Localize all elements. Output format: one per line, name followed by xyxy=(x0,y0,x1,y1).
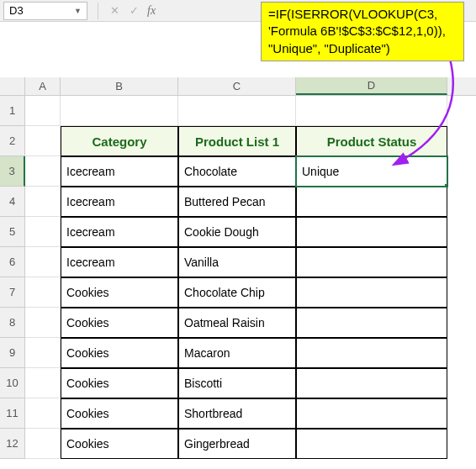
table-row: 1 xyxy=(0,96,476,126)
cell-B1[interactable] xyxy=(61,96,178,126)
row-header[interactable]: 8 xyxy=(0,308,25,338)
cell-A11[interactable] xyxy=(25,398,61,429)
cell-A5[interactable] xyxy=(25,217,61,247)
row-header[interactable]: 12 xyxy=(0,429,25,459)
cell-A12[interactable] xyxy=(25,429,61,459)
cell-C12[interactable]: Gingerbread xyxy=(178,429,296,459)
fill-handle[interactable] xyxy=(444,183,447,187)
column-header-B[interactable]: B xyxy=(61,77,178,95)
rows-container: 12CategoryProduct List 1Product Status3I… xyxy=(0,96,476,459)
table-row: 9CookiesMacaron xyxy=(0,338,476,368)
row-header[interactable]: 7 xyxy=(0,277,25,308)
cell-A8[interactable] xyxy=(25,308,61,338)
row-header[interactable]: 3 xyxy=(0,156,25,187)
formula-callout: =IF(ISERROR(VLOOKUP(C3, 'Formula 6B'!$C$… xyxy=(261,2,464,61)
cell-B2[interactable]: Category xyxy=(61,126,178,156)
cell-A2[interactable] xyxy=(25,126,61,156)
fx-icon[interactable]: fx xyxy=(144,4,159,18)
cell-A9[interactable] xyxy=(25,338,61,368)
column-header-D[interactable]: D xyxy=(296,77,447,95)
cell-A1[interactable] xyxy=(25,96,61,126)
cell-D5[interactable] xyxy=(296,217,447,247)
column-header-A[interactable]: A xyxy=(25,77,61,95)
row-header[interactable]: 9 xyxy=(0,338,25,368)
table-row: 7CookiesChocolate Chip xyxy=(0,277,476,308)
cell-A6[interactable] xyxy=(25,247,61,277)
cell-D11[interactable] xyxy=(296,398,447,429)
cell-B5[interactable]: Icecream xyxy=(61,217,178,247)
row-header[interactable]: 11 xyxy=(0,398,25,429)
row-header[interactable]: 10 xyxy=(0,368,25,398)
select-all-corner[interactable] xyxy=(0,77,25,95)
cell-C2[interactable]: Product List 1 xyxy=(178,126,296,156)
cell-B6[interactable]: Icecream xyxy=(61,247,178,277)
table-row: 6IcecreamVanilla xyxy=(0,247,476,277)
table-row: 4IcecreamButtered Pecan xyxy=(0,187,476,217)
cell-B12[interactable]: Cookies xyxy=(61,429,178,459)
cell-B7[interactable]: Cookies xyxy=(61,277,178,308)
table-row: 12CookiesGingerbread xyxy=(0,429,476,459)
row-header[interactable]: 1 xyxy=(0,96,25,126)
column-header-C[interactable]: C xyxy=(178,77,296,95)
table-row: 11CookiesShortbread xyxy=(0,398,476,429)
table-row: 5IcecreamCookie Dough xyxy=(0,217,476,247)
table-row: 3IcecreamChocolateUnique xyxy=(0,156,476,187)
cell-B11[interactable]: Cookies xyxy=(61,398,178,429)
row-header[interactable]: 6 xyxy=(0,247,25,277)
name-box-value: D3 xyxy=(9,4,74,17)
column-headers: A B C D xyxy=(0,77,476,96)
cell-D4[interactable] xyxy=(296,187,447,217)
cell-D12[interactable] xyxy=(296,429,447,459)
cell-B9[interactable]: Cookies xyxy=(61,338,178,368)
cancel-icon[interactable]: ✕ xyxy=(105,4,124,17)
cell-B10[interactable]: Cookies xyxy=(61,368,178,398)
table-row: 10CookiesBiscotti xyxy=(0,368,476,398)
cell-C3[interactable]: Chocolate xyxy=(178,156,296,187)
cell-B4[interactable]: Icecream xyxy=(61,187,178,217)
enter-icon[interactable]: ✓ xyxy=(124,4,144,17)
cell-C1[interactable] xyxy=(178,96,296,126)
cell-B3[interactable]: Icecream xyxy=(61,156,178,187)
cell-A7[interactable] xyxy=(25,277,61,308)
cell-B8[interactable]: Cookies xyxy=(61,308,178,338)
cell-A4[interactable] xyxy=(25,187,61,217)
cell-D1[interactable] xyxy=(296,96,447,126)
cell-C8[interactable]: Oatmeal Raisin xyxy=(178,308,296,338)
cell-C6[interactable]: Vanilla xyxy=(178,247,296,277)
cell-C9[interactable]: Macaron xyxy=(178,338,296,368)
chevron-down-icon[interactable]: ▼ xyxy=(74,7,82,15)
cell-D7[interactable] xyxy=(296,277,447,308)
cell-A3[interactable] xyxy=(25,156,61,187)
cell-A10[interactable] xyxy=(25,368,61,398)
cell-C7[interactable]: Chocolate Chip xyxy=(178,277,296,308)
row-header[interactable]: 5 xyxy=(0,217,25,247)
spreadsheet-grid: A B C D 12CategoryProduct List 1Product … xyxy=(0,77,476,469)
table-row: 8CookiesOatmeal Raisin xyxy=(0,308,476,338)
divider xyxy=(98,3,98,19)
cell-D8[interactable] xyxy=(296,308,447,338)
cell-C11[interactable]: Shortbread xyxy=(178,398,296,429)
name-box[interactable]: D3 ▼ xyxy=(3,2,87,20)
cell-D3[interactable]: Unique xyxy=(296,156,447,187)
table-row: 2CategoryProduct List 1Product Status xyxy=(0,126,476,156)
cell-D2[interactable]: Product Status xyxy=(296,126,447,156)
row-header[interactable]: 2 xyxy=(0,126,25,156)
cell-C10[interactable]: Biscotti xyxy=(178,368,296,398)
cell-D9[interactable] xyxy=(296,338,447,368)
cell-D6[interactable] xyxy=(296,247,447,277)
row-header[interactable]: 4 xyxy=(0,187,25,217)
cell-C4[interactable]: Buttered Pecan xyxy=(178,187,296,217)
cell-C5[interactable]: Cookie Dough xyxy=(178,217,296,247)
cell-D10[interactable] xyxy=(296,368,447,398)
